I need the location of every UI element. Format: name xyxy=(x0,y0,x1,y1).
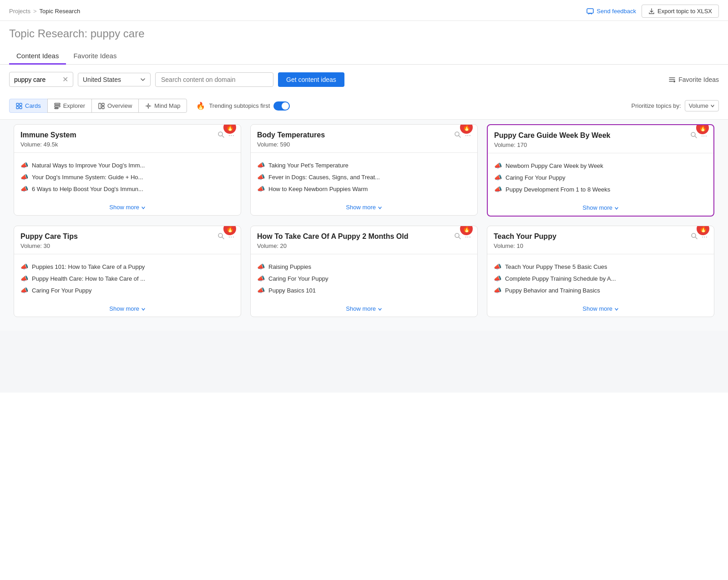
show-more-button[interactable]: Show more xyxy=(14,199,241,215)
show-more-button[interactable]: Show more xyxy=(487,301,714,317)
megaphone-icon: 📣 xyxy=(20,173,28,181)
megaphone-icon: 📣 xyxy=(20,263,28,270)
show-more-button[interactable]: Show more xyxy=(251,199,477,215)
volume-select[interactable]: Volume xyxy=(685,100,719,111)
topic-search-input[interactable] xyxy=(14,76,60,83)
card-immune-system[interactable]: 🔥Immune SystemVolume: 49.5k···📣Natural W… xyxy=(14,124,241,216)
card-puppy-care-tips[interactable]: 🔥Puppy Care TipsVolume: 30···📣Puppies 10… xyxy=(14,226,241,317)
get-ideas-button[interactable]: Get content ideas xyxy=(278,72,344,87)
card-volume: Volume: 170 xyxy=(494,141,690,148)
view-overview-button[interactable]: Overview xyxy=(91,99,139,113)
card-item-text: Puppy Behavior and Training Basics xyxy=(505,287,600,294)
svg-rect-11 xyxy=(102,106,104,109)
card-search-button[interactable] xyxy=(217,131,225,140)
breadcrumb-sep: > xyxy=(33,8,37,15)
card-item: 📣Caring For Your Puppy xyxy=(257,272,471,284)
card-divider xyxy=(251,254,477,254)
megaphone-icon: 📣 xyxy=(20,287,28,294)
card-volume: Volume: 20 xyxy=(257,242,454,249)
card-divider xyxy=(251,152,477,153)
megaphone-icon: 📣 xyxy=(257,263,265,270)
tab-content-ideas[interactable]: Content Ideas xyxy=(9,48,66,65)
show-more-button[interactable]: Show more xyxy=(14,301,241,317)
card-search-button[interactable] xyxy=(217,232,225,242)
cards-grid: 🔥Immune SystemVolume: 49.5k···📣Natural W… xyxy=(0,120,728,331)
card-items: 📣Teach Your Puppy These 5 Basic Cues📣Com… xyxy=(487,256,714,301)
card-item: 📣Your Dog's Immune System: Guide + Ho... xyxy=(20,171,234,183)
search-icon xyxy=(691,232,698,240)
card-item-text: 6 Ways to Help Boost Your Dog's Immun... xyxy=(32,186,143,192)
page-title: Topic Research: puppy care xyxy=(9,27,719,40)
clear-search-button[interactable]: ✕ xyxy=(62,75,68,84)
card-item: 📣Caring For Your Puppy xyxy=(20,284,234,296)
country-select[interactable]: United States xyxy=(78,73,151,86)
card-header: Body TemperaturesVolume: 590··· xyxy=(251,125,477,151)
domain-search-input[interactable] xyxy=(155,72,273,87)
card-title-block: How To Take Care Of A Puppy 2 Months Old… xyxy=(257,232,454,249)
search-icon xyxy=(217,131,225,138)
card-search-button[interactable] xyxy=(690,131,698,141)
card-item-text: Puppies 101: How to Take Care of a Puppy xyxy=(32,263,145,270)
favorite-ideas-link[interactable]: Favorite Ideas xyxy=(668,76,719,83)
card-item: 📣Puppy Health Care: How to Take Care of … xyxy=(20,272,234,284)
breadcrumb-projects[interactable]: Projects xyxy=(9,8,30,15)
card-volume: Volume: 49.5k xyxy=(20,141,217,148)
show-more-button[interactable]: Show more xyxy=(488,200,713,216)
card-header: Immune SystemVolume: 49.5k··· xyxy=(14,125,241,151)
card-title: Puppy Care Tips xyxy=(20,232,217,241)
megaphone-icon: 📣 xyxy=(257,185,265,192)
card-how-to-take-care[interactable]: 🔥How To Take Care Of A Puppy 2 Months Ol… xyxy=(250,226,478,317)
card-divider xyxy=(14,152,241,153)
card-header: How To Take Care Of A Puppy 2 Months Old… xyxy=(251,226,477,252)
card-volume: Volume: 30 xyxy=(20,242,217,249)
megaphone-icon: 📣 xyxy=(494,186,502,193)
card-title-block: Teach Your PuppyVolume: 10 xyxy=(494,232,691,249)
show-more-button[interactable]: Show more xyxy=(251,301,477,317)
svg-line-22 xyxy=(695,136,697,138)
top-bar: Projects > Topic Research Send feedback … xyxy=(0,0,728,21)
card-header: Puppy Care Guide Week By WeekVolume: 170… xyxy=(488,125,713,151)
card-item-text: Fever in Dogs: Causes, Signs, and Treat.… xyxy=(268,174,380,181)
search-icon xyxy=(454,131,461,138)
megaphone-icon: 📣 xyxy=(494,162,502,169)
card-items: 📣Taking Your Pet's Temperature📣Fever in … xyxy=(251,155,477,199)
card-body-temperatures[interactable]: 🔥Body TemperaturesVolume: 590···📣Taking … xyxy=(250,124,478,216)
trending-fire-icon: 🔥 xyxy=(196,101,205,110)
trending-toggle[interactable] xyxy=(273,101,290,111)
card-search-button[interactable] xyxy=(454,131,461,140)
svg-rect-8 xyxy=(55,108,58,109)
export-button[interactable]: Export topic to XLSX xyxy=(642,5,719,18)
svg-line-20 xyxy=(459,136,460,137)
svg-rect-2 xyxy=(16,103,19,106)
card-title: Body Temperatures xyxy=(257,131,454,139)
view-mindmap-button[interactable]: Mind Map xyxy=(138,99,187,113)
cards-view-icon xyxy=(16,103,22,109)
card-puppy-care-guide[interactable]: 🔥Puppy Care Guide Week By WeekVolume: 17… xyxy=(487,124,714,217)
megaphone-icon: 📣 xyxy=(20,275,28,282)
view-cards-button[interactable]: Cards xyxy=(9,99,48,113)
card-item-text: Taking Your Pet's Temperature xyxy=(268,162,349,169)
card-item: 📣How to Keep Newborn Puppies Warm xyxy=(257,183,471,195)
megaphone-icon: 📣 xyxy=(494,263,501,270)
card-header: Puppy Care TipsVolume: 30··· xyxy=(14,226,241,252)
card-wrapper: 🔥Immune SystemVolume: 49.5k···📣Natural W… xyxy=(9,120,246,221)
card-title: Teach Your Puppy xyxy=(494,232,691,241)
svg-rect-0 xyxy=(587,9,593,13)
card-search-button[interactable] xyxy=(454,232,461,242)
tab-favorite-ideas[interactable]: Favorite Ideas xyxy=(66,48,124,65)
card-item: 📣Natural Ways to Improve Your Dog's Imm.… xyxy=(20,159,234,171)
card-search-button[interactable] xyxy=(691,232,698,242)
card-item: 📣Teach Your Puppy These 5 Basic Cues xyxy=(494,261,708,272)
card-item: 📣Puppies 101: How to Take Care of a Pupp… xyxy=(20,261,234,272)
card-item: 📣Complete Puppy Training Schedule by A..… xyxy=(494,272,708,284)
card-wrapper: 🔥Puppy Care TipsVolume: 30···📣Puppies 10… xyxy=(9,221,246,322)
page-header: Topic Research: puppy care xyxy=(0,21,728,40)
card-wrapper: 🔥Body TemperaturesVolume: 590···📣Taking … xyxy=(246,120,482,221)
view-explorer-button[interactable]: Explorer xyxy=(47,99,92,113)
card-title-block: Immune SystemVolume: 49.5k xyxy=(20,131,217,148)
card-teach-your-puppy[interactable]: 🔥Teach Your PuppyVolume: 10···📣Teach You… xyxy=(487,226,714,317)
svg-rect-5 xyxy=(20,106,22,109)
card-item: 📣Newborn Puppy Care Week by Week xyxy=(494,160,707,171)
send-feedback-link[interactable]: Send feedback xyxy=(586,8,636,15)
svg-line-24 xyxy=(222,237,224,239)
